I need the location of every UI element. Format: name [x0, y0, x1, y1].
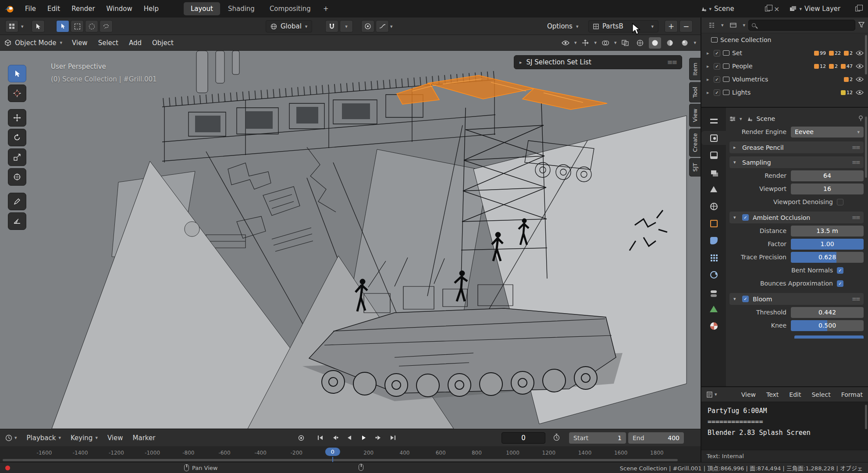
use-preview-range-button[interactable] [553, 434, 560, 443]
sidebar-tab-view[interactable]: View [689, 104, 701, 127]
view-layer-name[interactable]: View Layer [804, 5, 853, 13]
timeline-menu-marker[interactable]: Marker [133, 434, 156, 442]
outliner-row-lights[interactable]: ▸ ✓ Lights 12 [701, 86, 868, 99]
tool-select-button[interactable] [8, 65, 26, 82]
collection-checkbox[interactable]: ✓ [714, 63, 720, 70]
scene-dropdown-icon[interactable]: ▾ [709, 6, 712, 12]
remove-parts-button[interactable]: − [679, 20, 693, 32]
select-mode-box-button[interactable] [71, 20, 84, 32]
viewport-menu-add[interactable]: Add [129, 39, 142, 47]
snap-options-button[interactable]: ▾ [340, 20, 353, 32]
new-view-layer-icon[interactable] [855, 7, 860, 11]
sidebar-tab-create[interactable]: Create [689, 128, 701, 157]
playhead[interactable]: 0 [325, 448, 340, 456]
text-menu-select[interactable]: Select [811, 391, 830, 398]
timeline-menu-keying[interactable]: Keying▾ [71, 434, 98, 442]
collection-checkbox[interactable]: ✓ [714, 76, 720, 83]
bent-normals-checkbox[interactable]: ✓ [837, 267, 843, 274]
viewport-canvas[interactable]: User Perspective (0) Scene Collection | … [0, 51, 701, 429]
ao-trace-slider[interactable]: 0.628 [791, 252, 864, 263]
properties-editor-icon[interactable] [729, 116, 736, 122]
shading-rendered-button[interactable] [679, 37, 691, 49]
tool-measure-button[interactable] [8, 212, 26, 230]
editor-type-button[interactable] [5, 20, 18, 32]
timeline-editor-type-button[interactable]: ▾ [5, 434, 17, 441]
select-mode-lasso-button[interactable] [100, 20, 113, 32]
outliner-search-input[interactable] [758, 22, 852, 28]
view-layer-selector[interactable]: ▾ View Layer [786, 4, 864, 14]
outliner-display-mode-button[interactable] [727, 19, 740, 32]
hide-eye-icon[interactable] [856, 50, 864, 56]
menu-file[interactable]: File [19, 2, 42, 15]
tool-annotate-button[interactable] [8, 193, 26, 210]
editor-type-dropdown-icon[interactable]: ▾ [21, 24, 24, 29]
bloom-radius-partial-slider[interactable] [794, 335, 864, 339]
scene-name[interactable]: Scene [714, 5, 762, 13]
render-engine-dropdown[interactable]: Eevee ▾ [791, 127, 864, 138]
collection-checkbox[interactable]: ✓ [714, 89, 720, 96]
next-keyframe-button[interactable] [372, 432, 385, 444]
tab-object-properties[interactable] [704, 216, 723, 230]
select-mode-circle-button[interactable] [85, 20, 98, 32]
shading-dropdown-icon[interactable]: ▾ [694, 40, 696, 46]
sidebar-tab-sjt[interactable]: SJT [689, 158, 701, 176]
bloom-knee-slider[interactable]: 0.500 [791, 320, 864, 331]
breadcrumb-dropdown-icon[interactable]: ▾ [740, 116, 742, 122]
text-menu-view[interactable]: View [741, 391, 756, 398]
tool-move-button[interactable] [8, 109, 26, 127]
pin-icon[interactable] [858, 115, 864, 123]
grease-pencil-section-header[interactable]: ▸ Grease Pencil ≡≡ [729, 141, 864, 153]
shading-material-button[interactable] [664, 37, 676, 49]
outliner-row-people[interactable]: ▸ ✓ People 12 2 47 [701, 60, 868, 73]
hide-eye-icon[interactable] [856, 90, 864, 95]
scene-selector[interactable]: ▾ Scene × [696, 4, 785, 14]
text-editor-type-button[interactable]: ▾ [707, 392, 717, 398]
workspace-tab-shading[interactable]: Shading [221, 2, 262, 15]
tab-render-properties[interactable] [701, 131, 726, 145]
sidebar-tab-tool[interactable]: Tool [689, 82, 701, 102]
prev-keyframe-button[interactable] [328, 432, 342, 444]
add-workspace-button[interactable]: + [319, 3, 333, 14]
options-dropdown[interactable]: Options▾ [543, 20, 583, 32]
sampling-section-header[interactable]: ▾ Sampling ≡≡ [729, 156, 864, 168]
bloom-threshold-field[interactable]: 0.442 [791, 307, 864, 318]
gizmos-button[interactable] [579, 37, 591, 49]
menu-window[interactable]: Window [101, 2, 138, 15]
tab-physics-properties[interactable] [704, 268, 723, 282]
text-menu-format[interactable]: Format [841, 391, 863, 398]
tab-material-properties[interactable] [704, 319, 723, 333]
shading-wireframe-button[interactable] [634, 37, 646, 49]
sampling-render-field[interactable]: 64 [791, 170, 864, 181]
panel-drag-handle-icon[interactable]: ≡≡ [667, 58, 676, 66]
collection-checkbox[interactable]: ✓ [714, 50, 720, 56]
bounces-approx-checkbox[interactable]: ✓ [837, 280, 843, 287]
outliner-scrollbar[interactable] [865, 35, 867, 74]
tab-particle-properties[interactable] [704, 251, 723, 265]
outliner-search[interactable] [748, 20, 855, 31]
viewport-menu-view[interactable]: View [72, 39, 88, 47]
menu-help[interactable]: Help [138, 2, 164, 15]
sampling-viewport-field[interactable]: 16 [791, 184, 864, 194]
proportional-falloff-button[interactable] [376, 20, 389, 32]
ao-checkbox[interactable]: ✓ [742, 214, 749, 221]
section-menu-icon[interactable]: ≡≡ [852, 144, 860, 151]
new-scene-icon[interactable] [765, 7, 770, 11]
overlays-dropdown-icon[interactable]: ▾ [614, 40, 617, 46]
object-visibility-button[interactable] [559, 37, 572, 49]
gizmos-dropdown-icon[interactable]: ▾ [594, 40, 597, 46]
workspace-tab-compositing[interactable]: Compositing [263, 2, 318, 15]
text-menu-edit[interactable]: Edit [789, 391, 801, 398]
tab-scene-properties[interactable] [704, 182, 723, 196]
viewport-menu-select[interactable]: Select [98, 39, 118, 47]
bloom-checkbox[interactable]: ✓ [742, 296, 749, 302]
workspace-tab-layout[interactable]: Layout [184, 2, 220, 15]
menu-render[interactable]: Render [66, 2, 100, 15]
jump-to-end-button[interactable] [386, 432, 399, 444]
play-reverse-button[interactable] [343, 432, 356, 444]
frame-start-field[interactable]: Start1 [569, 432, 626, 444]
mode-dropdown[interactable]: Object Mode ▾ [4, 39, 62, 47]
hide-eye-icon[interactable] [856, 77, 864, 82]
timeline-menu-playback[interactable]: Playback▾ [27, 434, 61, 442]
timeline-menu-view[interactable]: View [107, 434, 123, 442]
tool-transform-button[interactable] [8, 168, 26, 186]
